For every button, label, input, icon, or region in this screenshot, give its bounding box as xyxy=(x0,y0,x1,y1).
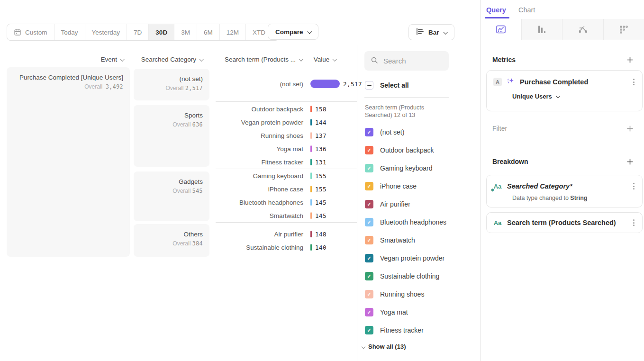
term-row-air-purifier[interactable]: Air purifier148 xyxy=(213,227,327,241)
breakdown-modified-note: Data type changed to String xyxy=(512,195,635,201)
legend-context-label: Search term (Products Searched) 12 of 13 xyxy=(365,104,443,119)
legend-item-iphone-case[interactable]: ✓iPhone case xyxy=(365,177,480,195)
term-value: 155 xyxy=(315,172,327,180)
term-row-bluetooth-headphones[interactable]: Bluetooth headphones145 xyxy=(213,196,327,209)
term-value: 158 xyxy=(315,106,327,113)
select-all-label: Select all xyxy=(380,81,409,89)
breakdown-kebab-menu[interactable] xyxy=(632,182,635,190)
category-cell-not-set[interactable]: (not set)Overall 2,517 xyxy=(134,69,209,100)
legend-item-outdoor-backpack[interactable]: ✓Outdoor backpack xyxy=(365,141,480,159)
date-range-label: 3M xyxy=(181,29,190,36)
term-row-smartwatch[interactable]: Smartwatch145 xyxy=(213,209,327,222)
series-checkbox[interactable]: ✓ xyxy=(365,218,373,226)
term-row-yoga-mat[interactable]: Yoga mat136 xyxy=(213,142,327,155)
series-checkbox[interactable]: ✓ xyxy=(365,164,373,172)
series-checkbox[interactable]: ✓ xyxy=(365,272,373,280)
breakdown-kebab-menu[interactable] xyxy=(632,218,635,227)
series-checkbox[interactable]: ✓ xyxy=(365,254,373,262)
date-range-3m[interactable]: 3M xyxy=(174,24,197,40)
report-tab-flows[interactable] xyxy=(562,19,603,40)
aggregation-label: Unique Users xyxy=(512,93,552,100)
date-range-30d[interactable]: 30D xyxy=(149,24,174,40)
report-tab-retention[interactable] xyxy=(603,19,644,40)
category-cell-sports[interactable]: SportsOverall 636 xyxy=(134,105,209,167)
value-bar xyxy=(310,80,340,88)
column-header-value[interactable]: Value xyxy=(307,54,343,64)
tab-chart[interactable]: Chart xyxy=(518,6,535,18)
term-value: 136 xyxy=(315,145,327,153)
date-range-7d[interactable]: 7D xyxy=(127,24,149,40)
term-row-outdoor-backpack[interactable]: Outdoor backpack158 xyxy=(213,102,327,116)
bar-chart-icon xyxy=(536,24,547,35)
search-input[interactable] xyxy=(382,56,446,65)
value-bar xyxy=(310,186,312,192)
add-breakdown-button[interactable] xyxy=(626,158,634,165)
legend-item-vegan-protein-powder[interactable]: ✓Vegan protein powder xyxy=(365,249,480,267)
series-checkbox[interactable]: ✓ xyxy=(365,200,373,208)
select-all-row[interactable]: Select all xyxy=(365,81,480,90)
date-range-label: Today xyxy=(61,29,78,36)
date-range-custom[interactable]: Custom xyxy=(7,24,54,40)
tab-query[interactable]: Query xyxy=(486,6,506,18)
term-row-iphone-case[interactable]: iPhone case155 xyxy=(213,182,327,196)
metric-aggregation-dropdown[interactable]: Unique Users xyxy=(512,93,635,100)
report-type-tabs xyxy=(481,19,644,40)
legend-item-bluetooth-headphones[interactable]: ✓Bluetooth headphones xyxy=(365,213,480,231)
event-cell[interactable]: Purchase Completed [Unique Users] Overal… xyxy=(7,67,130,257)
series-checkbox[interactable]: ✓ xyxy=(365,326,373,334)
term-label: Outdoor backpack xyxy=(213,106,303,113)
compare-button[interactable]: Compare xyxy=(268,24,318,40)
legend-item-gaming-keyboard[interactable]: ✓Gaming keyboard xyxy=(365,159,480,177)
term-row-gaming-keyboard[interactable]: Gaming keyboard155 xyxy=(213,169,327,182)
category-overall: Overall 2,517 xyxy=(140,85,203,91)
chevron-down-icon xyxy=(556,94,560,98)
column-header-searched-category[interactable]: Searched Category xyxy=(134,54,203,64)
category-cell-others[interactable]: OthersOverall 384 xyxy=(134,224,209,257)
select-all-checkbox-indeterminate[interactable] xyxy=(365,81,373,90)
column-header-search-term[interactable]: Search term (Products ... xyxy=(212,54,302,64)
date-range-yesterday[interactable]: Yesterday xyxy=(85,24,127,40)
date-range-today[interactable]: Today xyxy=(54,24,85,40)
metric-kebab-menu[interactable] xyxy=(632,78,635,86)
chevron-down-icon xyxy=(362,344,365,348)
modified-asterisk-icon: ✱ xyxy=(491,188,494,192)
series-checkbox[interactable]: ✓ xyxy=(365,128,373,136)
series-checkbox[interactable]: ✓ xyxy=(365,146,373,154)
legend-item-fitness-tracker[interactable]: ✓Fitness tracker xyxy=(365,321,480,339)
category-cell-gadgets[interactable]: GadgetsOverall 545 xyxy=(134,171,209,221)
series-checkbox[interactable]: ✓ xyxy=(365,308,373,316)
legend-item-running-shoes[interactable]: ✓Running shoes xyxy=(365,285,480,303)
term-row-vegan-protein-powder[interactable]: Vegan protein powder144 xyxy=(213,116,327,129)
term-row-sustainable-clothing[interactable]: Sustainable clothing140 xyxy=(213,241,327,254)
term-row-not-set[interactable]: (not set)2,517 xyxy=(213,77,362,90)
date-range-6m[interactable]: 6M xyxy=(197,24,220,40)
report-tab-bar-chart[interactable] xyxy=(521,19,562,40)
column-header-event[interactable]: Event xyxy=(7,54,124,64)
breakdown-card-search-term[interactable]: Aa Search term (Products Searched) xyxy=(486,212,643,233)
show-all-button[interactable]: Show all (13) xyxy=(362,343,480,350)
legend-search-box[interactable] xyxy=(364,51,449,71)
term-value: 140 xyxy=(315,244,327,251)
legend-item-yoga-mat[interactable]: ✓Yoga mat xyxy=(365,303,480,321)
metric-letter-badge: A xyxy=(493,78,502,86)
date-range-12m[interactable]: 12M xyxy=(220,24,246,40)
legend-item-smartwatch[interactable]: ✓Smartwatch xyxy=(365,231,480,249)
add-filter-button[interactable] xyxy=(626,125,634,132)
report-tab-insights[interactable] xyxy=(481,19,521,40)
term-row-running-shoes[interactable]: Running shoes137 xyxy=(213,129,327,142)
date-range-label: 30D xyxy=(155,29,167,36)
legend-item-air-purifier[interactable]: ✓Air purifier xyxy=(365,195,480,213)
group-divider xyxy=(216,169,357,169)
legend-item-not-set[interactable]: ✓(not set) xyxy=(365,123,480,141)
term-row-fitness-tracker[interactable]: Fitness tracker131 xyxy=(213,155,327,169)
breakdown-card-searched-category[interactable]: Aa ✱ Searched Category* Data type change… xyxy=(486,175,643,208)
legend-item-label: Yoga mat xyxy=(380,308,408,316)
chart-type-dropdown[interactable]: Bar xyxy=(408,24,454,40)
metric-card[interactable]: A Purchase Completed Unique Users xyxy=(486,70,643,111)
legend-item-sustainable-clothing[interactable]: ✓Sustainable clothing xyxy=(365,267,480,285)
series-checkbox[interactable]: ✓ xyxy=(365,182,373,190)
series-checkbox[interactable]: ✓ xyxy=(365,236,373,244)
chevron-down-icon xyxy=(299,56,303,61)
series-checkbox[interactable]: ✓ xyxy=(365,290,373,298)
add-metric-button[interactable] xyxy=(626,56,634,63)
